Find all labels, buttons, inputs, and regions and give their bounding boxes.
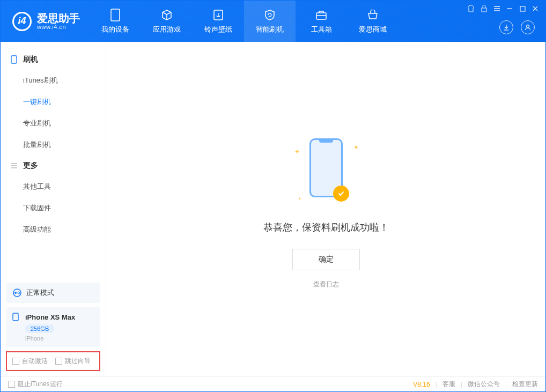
sidebar-item-oneclick-flash[interactable]: 一键刷机: [1, 91, 106, 113]
device-card[interactable]: iPhone XS Max 256GB iPhone: [6, 307, 100, 347]
nav-tab-apps[interactable]: 应用游戏: [141, 1, 193, 42]
success-illustration: ✦ ✦ •: [302, 138, 350, 208]
checkbox-auto-activate[interactable]: 自动激活: [12, 357, 48, 366]
checkbox-block-itunes[interactable]: 阻止iTunes运行: [8, 380, 63, 389]
success-message: 恭喜您，保资料刷机成功啦！: [263, 221, 389, 234]
sidebar: 刷机 iTunes刷机 一键刷机 专业刷机 批量刷机 更多 其他工具 下载固件 …: [1, 42, 106, 376]
device-type: iPhone: [25, 335, 94, 342]
svg-rect-3: [482, 8, 486, 12]
music-icon: [212, 9, 225, 21]
svg-point-8: [14, 292, 17, 294]
brand-name: 爱思助手: [37, 13, 80, 24]
lock-icon[interactable]: [480, 5, 488, 12]
svg-point-5: [527, 25, 529, 28]
wechat-link[interactable]: 微信公众号: [468, 380, 500, 389]
list-icon: [10, 162, 18, 169]
nav-tab-ringtone[interactable]: 铃声壁纸: [193, 1, 244, 42]
checkbox-skip-guide[interactable]: 跳过向导: [55, 357, 91, 366]
maximize-icon[interactable]: [519, 5, 526, 12]
device-small-icon: [10, 56, 18, 63]
svg-rect-2: [316, 13, 326, 19]
toolbox-icon: [315, 9, 328, 21]
nav-tab-store[interactable]: 爱思商城: [347, 1, 399, 42]
close-icon[interactable]: [532, 5, 539, 12]
svg-rect-4: [520, 6, 525, 11]
sidebar-item-advanced[interactable]: 高级功能: [1, 219, 106, 240]
ok-button[interactable]: 确定: [292, 249, 360, 270]
download-icon[interactable]: [499, 20, 513, 34]
nav-tabs: 我的设备 应用游戏 铃声壁纸 智能刷机 工具箱 爱思商城: [90, 1, 399, 42]
logo-area: i4 爱思助手 www.i4.cn: [1, 12, 90, 31]
svg-rect-6: [11, 56, 17, 63]
sidebar-item-other-tools[interactable]: 其他工具: [1, 176, 106, 197]
user-icon[interactable]: [521, 20, 535, 34]
minimize-icon[interactable]: [506, 5, 513, 12]
nav-tab-flash[interactable]: 智能刷机: [244, 1, 296, 42]
window-controls: [467, 5, 539, 12]
device-icon: [12, 313, 21, 321]
support-link[interactable]: 客服: [442, 380, 455, 389]
mode-icon: [12, 288, 22, 298]
checkmark-badge-icon: [333, 186, 349, 202]
nav-tab-device[interactable]: 我的设备: [90, 1, 141, 42]
menu-icon[interactable]: [493, 5, 500, 12]
sidebar-item-batch-flash[interactable]: 批量刷机: [1, 134, 106, 156]
sidebar-item-pro-flash[interactable]: 专业刷机: [1, 113, 106, 134]
view-log-link[interactable]: 查看日志: [313, 280, 339, 289]
shield-refresh-icon: [263, 9, 276, 21]
sidebar-item-download-firmware[interactable]: 下载固件: [1, 197, 106, 219]
highlighted-options: 自动激活 跳过向导: [6, 351, 100, 371]
version-label: V8.16: [413, 381, 430, 388]
phone-icon: [109, 9, 122, 21]
svg-rect-0: [111, 9, 120, 21]
status-bar: 阻止iTunes运行 V8.16 | 客服 | 微信公众号 | 检查更新: [1, 376, 545, 391]
mode-label: 正常模式: [26, 288, 54, 298]
sidebar-section-more: 更多: [1, 156, 106, 176]
svg-rect-10: [13, 313, 18, 321]
header-action-icons: [499, 20, 535, 34]
sidebar-item-itunes-flash[interactable]: iTunes刷机: [1, 70, 106, 91]
nav-tab-toolbox[interactable]: 工具箱: [296, 1, 347, 42]
storage-badge: 256GB: [25, 324, 54, 333]
cube-icon: [160, 9, 173, 21]
shirt-icon[interactable]: [467, 5, 475, 12]
brand-url: www.i4.cn: [37, 24, 80, 30]
mode-card[interactable]: 正常模式: [6, 283, 100, 303]
store-icon: [366, 9, 379, 21]
svg-point-9: [18, 292, 20, 294]
app-header: i4 爱思助手 www.i4.cn 我的设备 应用游戏 铃声壁纸 智能刷机 工具…: [1, 1, 545, 42]
check-update-link[interactable]: 检查更新: [512, 380, 538, 389]
logo-icon: i4: [12, 12, 32, 31]
sidebar-section-flash: 刷机: [1, 49, 106, 70]
device-name-text: iPhone XS Max: [25, 313, 75, 321]
main-content: ✦ ✦ • 恭喜您，保资料刷机成功啦！ 确定 查看日志: [106, 42, 545, 376]
